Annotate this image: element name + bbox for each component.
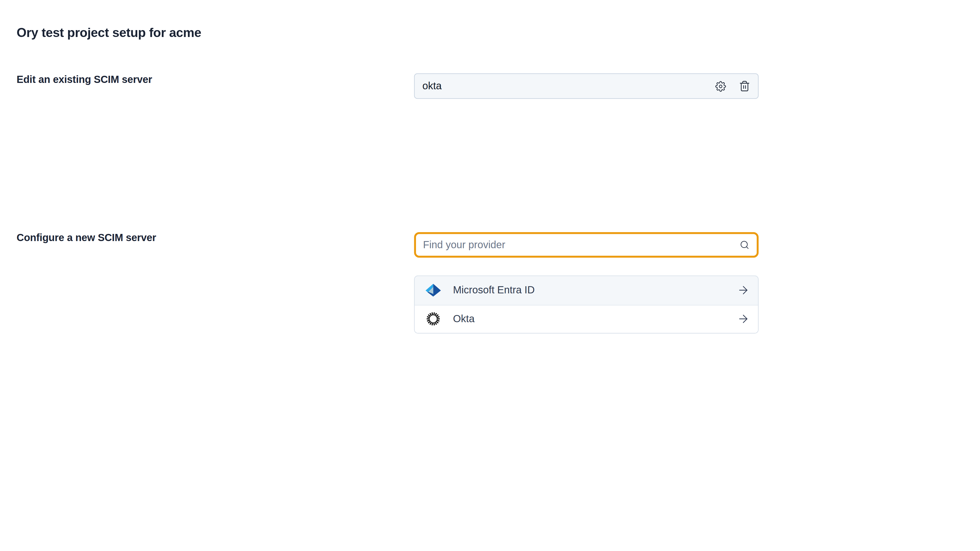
provider-search-input[interactable] [416,234,757,256]
provider-row-okta[interactable]: Okta [415,305,758,333]
arrow-right-icon [737,284,750,297]
configure-scim-section-heading: Configure a new SCIM server [17,230,156,246]
page-title: Ory test project setup for acme [17,23,201,42]
provider-name: Okta [453,313,474,325]
existing-scim-server-row: okta [414,73,759,99]
okta-logo [425,312,442,326]
delete-server-button[interactable] [738,80,751,93]
provider-search-box [414,232,759,258]
scim-setup-page: Ory test project setup for acme Edit an … [0,0,980,551]
microsoft-entra-id-logo [425,283,442,297]
provider-name: Microsoft Entra ID [453,285,535,296]
provider-list: Microsoft Entra ID [414,275,759,333]
trash-icon [739,80,750,92]
gear-icon [715,81,726,92]
provider-row-microsoft-entra-id[interactable]: Microsoft Entra ID [415,276,758,305]
arrow-right-icon [737,313,750,326]
edit-scim-section-heading: Edit an existing SCIM server [17,72,152,87]
configure-server-button[interactable] [714,80,727,93]
scim-server-name: okta [422,80,442,92]
